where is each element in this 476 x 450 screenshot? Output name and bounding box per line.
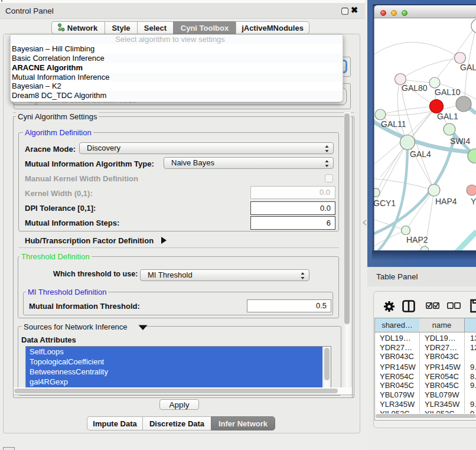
svg-text:GAL10: GAL10 [435, 87, 461, 97]
svg-text:GAL80: GAL80 [402, 83, 428, 93]
svg-text:GCY1: GCY1 [374, 198, 396, 208]
svg-text:HAP4: HAP4 [435, 197, 457, 206]
svg-text:GAL: GAL [460, 63, 476, 72]
svg-text:GAL4: GAL4 [410, 149, 431, 159]
svg-text:GAL11: GAL11 [381, 119, 406, 129]
svg-text:GAL1: GAL1 [437, 112, 458, 121]
svg-text:SWI4: SWI4 [450, 136, 470, 146]
svg-text:Y: Y [471, 197, 476, 206]
svg-text:HAP2: HAP2 [406, 235, 428, 244]
